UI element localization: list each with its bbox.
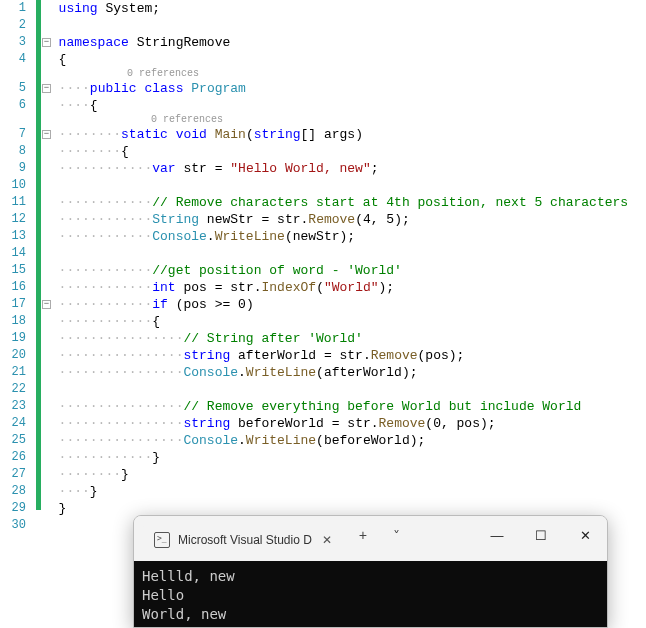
- close-window-button[interactable]: ✕: [563, 520, 607, 550]
- code-line[interactable]: ················string beforeWorld = str…: [43, 415, 646, 432]
- code-line[interactable]: ············var str = "Hello World, new"…: [43, 160, 646, 177]
- line-number-gutter: 1 2 3 4 5 6 7 8 9 10 11 12 13 14 15 16 1…: [0, 0, 36, 628]
- method: WriteLine: [215, 229, 285, 244]
- line-number: 6: [0, 97, 36, 114]
- whitespace-dot: ················: [59, 365, 184, 380]
- code-line[interactable]: [43, 381, 646, 398]
- code-line[interactable]: − ········static void Main(string[] args…: [43, 126, 646, 143]
- punct: .: [207, 229, 215, 244]
- code-line[interactable]: ····{: [43, 97, 646, 114]
- method: IndexOf: [262, 280, 317, 295]
- line-number: 1: [0, 0, 36, 17]
- identifier: beforeWorld: [238, 416, 324, 431]
- code-line[interactable]: − namespace StringRemove: [43, 34, 646, 51]
- close-tab-icon[interactable]: ✕: [320, 531, 334, 549]
- terminal-titlebar[interactable]: Microsoft Visual Studio D ✕ + ˅ — ☐ ✕: [134, 516, 607, 561]
- terminal-body[interactable]: Hellld, new Hello World, new: [134, 561, 607, 628]
- whitespace-dot: ············: [59, 229, 153, 244]
- code-line[interactable]: ············{: [43, 313, 646, 330]
- outline-toggle-icon[interactable]: −: [42, 38, 51, 47]
- method: Remove: [308, 212, 355, 227]
- line-number: 23: [0, 398, 36, 415]
- code-line[interactable]: ················// Remove everything bef…: [43, 398, 646, 415]
- args: (pos);: [418, 348, 465, 363]
- minimize-button[interactable]: —: [475, 520, 519, 550]
- line-number: 2: [0, 17, 36, 34]
- identifier: afterWorld: [324, 365, 402, 380]
- whitespace-dot: ············: [59, 450, 153, 465]
- brace: }: [90, 484, 98, 499]
- code-line[interactable]: [43, 177, 646, 194]
- terminal-icon: [154, 532, 170, 548]
- outline-toggle-icon[interactable]: −: [42, 300, 51, 309]
- line-number: 24: [0, 415, 36, 432]
- identifier: str: [230, 280, 253, 295]
- punct: ;: [152, 1, 160, 16]
- whitespace-dot: ············: [59, 263, 153, 278]
- op: >= 0): [207, 297, 254, 312]
- code-line[interactable]: ············int pos = str.IndexOf("World…: [43, 279, 646, 296]
- op: =: [332, 416, 340, 431]
- identifier: str: [347, 416, 370, 431]
- type: Console: [152, 229, 207, 244]
- whitespace-dot: ········: [59, 144, 121, 159]
- code-line[interactable]: ········{: [43, 143, 646, 160]
- comment: // Remove everything before World but in…: [183, 399, 596, 414]
- method: Remove: [371, 348, 418, 363]
- terminal-tab[interactable]: Microsoft Visual Studio D ✕: [142, 524, 342, 556]
- op: =: [215, 280, 223, 295]
- line-number: 28: [0, 483, 36, 500]
- brace: {: [152, 314, 160, 329]
- code-line[interactable]: ················string afterWorld = str.…: [43, 347, 646, 364]
- code-line[interactable]: [43, 245, 646, 262]
- code-line[interactable]: − ····public class Program: [43, 80, 646, 97]
- line-number: 20: [0, 347, 36, 364]
- line-number: 19: [0, 330, 36, 347]
- terminal-output-line: Hello: [142, 586, 599, 605]
- line-number: 29: [0, 500, 36, 517]
- code-line[interactable]: ················Console.WriteLine(before…: [43, 432, 646, 449]
- new-tab-button[interactable]: +: [346, 520, 380, 552]
- type: String: [152, 212, 199, 227]
- code-line[interactable]: ············//get position of word - 'Wo…: [43, 262, 646, 279]
- codelens-references[interactable]: 0 references: [43, 114, 646, 126]
- line-number: 25: [0, 432, 36, 449]
- code-line[interactable]: ············}: [43, 449, 646, 466]
- code-line[interactable]: ········}: [43, 466, 646, 483]
- args: (4, 5);: [355, 212, 410, 227]
- code-line[interactable]: ············String newStr = str.Remove(4…: [43, 211, 646, 228]
- identifier: beforeWorld: [324, 433, 410, 448]
- line-number: 4: [0, 51, 36, 68]
- line-number: 26: [0, 449, 36, 466]
- code-line[interactable]: − ············if (pos >= 0): [43, 296, 646, 313]
- code-line[interactable]: ····}: [43, 483, 646, 500]
- whitespace-dot: ····: [59, 484, 90, 499]
- keyword: class: [144, 81, 183, 96]
- line-number: 18: [0, 313, 36, 330]
- line-number: 16: [0, 279, 36, 296]
- code-line[interactable]: ················// String after 'World': [43, 330, 646, 347]
- code-line[interactable]: [43, 17, 646, 34]
- brace: {: [90, 98, 98, 113]
- line-number: 11: [0, 194, 36, 211]
- punct: .: [238, 433, 246, 448]
- identifier: afterWorld: [238, 348, 316, 363]
- line-number: 3: [0, 34, 36, 51]
- whitespace-dot: ················: [59, 433, 184, 448]
- code-line[interactable]: ············Console.WriteLine(newStr);: [43, 228, 646, 245]
- tab-dropdown-button[interactable]: ˅: [380, 520, 414, 552]
- outline-toggle-icon[interactable]: −: [42, 84, 51, 93]
- code-line[interactable]: ················Console.WriteLine(afterW…: [43, 364, 646, 381]
- whitespace-dot: ············: [59, 161, 153, 176]
- code-line[interactable]: ············// Remove characters start a…: [43, 194, 646, 211]
- terminal-output-line: World, new: [142, 605, 599, 624]
- punct: );: [402, 365, 418, 380]
- maximize-button[interactable]: ☐: [519, 520, 563, 550]
- codelens-references[interactable]: 0 references: [43, 68, 646, 80]
- code-line[interactable]: using System;: [43, 0, 646, 17]
- outline-toggle-icon[interactable]: −: [42, 130, 51, 139]
- punct: (: [316, 365, 324, 380]
- terminal-window[interactable]: Microsoft Visual Studio D ✕ + ˅ — ☐ ✕ He…: [133, 515, 608, 628]
- line-number: 13: [0, 228, 36, 245]
- code-line[interactable]: {: [43, 51, 646, 68]
